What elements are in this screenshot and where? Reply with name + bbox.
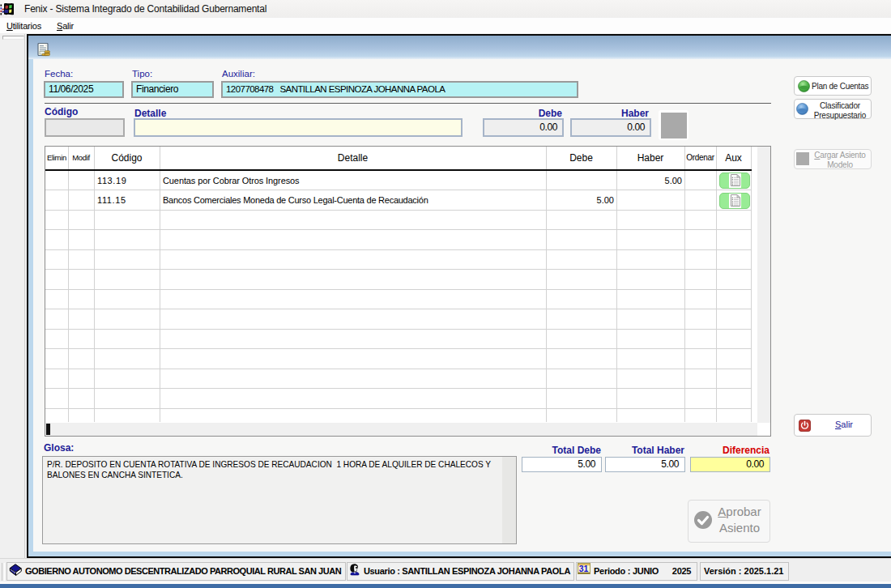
svg-text:31: 31 [579,564,589,573]
